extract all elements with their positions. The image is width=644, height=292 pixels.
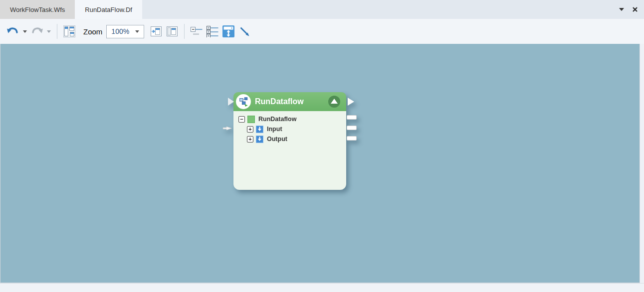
redo-dropdown-button[interactable] [45,23,53,40]
design-canvas[interactable]: RunDataflow − RunDataflow + [0,44,640,283]
tab-rundataflow[interactable]: RunDataFlow.Df [75,0,142,19]
tree-label-rundataflow: RunDataflow [258,116,296,123]
tree-label-input: Input [267,126,282,133]
auto-layout-icon [63,25,75,37]
tab-workflowtask[interactable]: WorkFlowTask.Wfs [0,0,75,19]
node-header[interactable]: RunDataflow [233,92,346,111]
tree-row-output[interactable]: + Output [233,134,346,144]
redo-dropdown-caret-icon [47,30,51,33]
node-left-connector-icon[interactable] [228,98,234,106]
undo-icon [6,26,19,36]
right-connector-bar[interactable] [347,136,357,141]
bottom-strip [0,283,644,292]
connector-line-button[interactable] [236,23,252,40]
rundataflow-node[interactable]: RunDataflow − RunDataflow + [233,92,346,190]
expand-expander-icon[interactable]: + [247,136,253,143]
node-collapse-button[interactable] [328,96,340,108]
redo-button[interactable] [29,23,45,40]
document-tab-bar: WorkFlowTask.Wfs RunDataFlow.Df [0,0,644,19]
auto-layout-button[interactable] [61,23,77,40]
right-connector-bar[interactable] [347,126,357,130]
node-header-badge [236,94,251,109]
collapse-tree-button[interactable] [189,23,205,40]
toolbar-separator [184,24,185,39]
tab-workflowtask-label: WorkFlowTask.Wfs [10,6,65,13]
autosize-button[interactable] [220,23,236,40]
tab-rundataflow-label: RunDataFlow.Df [85,6,132,13]
tree-label-output: Output [267,136,287,143]
triangle-up-icon [331,99,338,104]
dataflow-icon [237,95,250,108]
collapse-expander-icon[interactable]: − [238,116,245,123]
tree-row-input[interactable]: + Input [233,124,346,134]
node-right-connector-icon[interactable] [348,98,354,106]
panel-view-button[interactable] [164,23,180,40]
undo-dropdown-button[interactable] [21,23,29,40]
collapse-tree-icon [190,25,203,37]
panel-view-icon [166,25,178,37]
right-connector-bar[interactable] [347,115,357,120]
close-icon[interactable] [632,6,638,12]
expand-expander-icon[interactable]: + [247,126,253,133]
zoom-label: Zoom [83,27,102,36]
tab-bar-spacer [142,0,619,19]
green-square-icon [247,116,255,123]
zoom-combobox[interactable]: 100% [106,25,144,38]
autosize-icon [222,25,235,38]
expand-tree-icon [206,25,219,37]
input-connector-arrow-icon[interactable] [222,125,232,132]
expand-tree-button[interactable] [205,23,220,40]
zoom-dropdown-caret-icon [135,30,139,33]
undo-button[interactable] [5,23,21,40]
scrollbar-gutter [640,44,644,283]
node-body: − RunDataflow + Input + [233,111,346,190]
zoom-value: 100% [111,27,129,35]
node-title: RunDataflow [255,97,328,106]
redo-icon [30,26,43,36]
tab-list-dropdown-icon[interactable] [619,8,624,11]
connector-line-icon [238,25,250,37]
expand-panel-button[interactable] [148,23,164,40]
blue-arrow-down-icon [256,126,263,133]
undo-dropdown-caret-icon [23,30,27,33]
tree-row-rundataflow[interactable]: − RunDataflow [233,114,346,124]
blue-arrow-down-icon [256,136,263,143]
toolbar-separator [57,24,57,39]
tab-bar-controls [619,0,644,19]
designer-toolbar: Zoom 100% [0,19,644,44]
expand-panel-icon [150,25,162,37]
